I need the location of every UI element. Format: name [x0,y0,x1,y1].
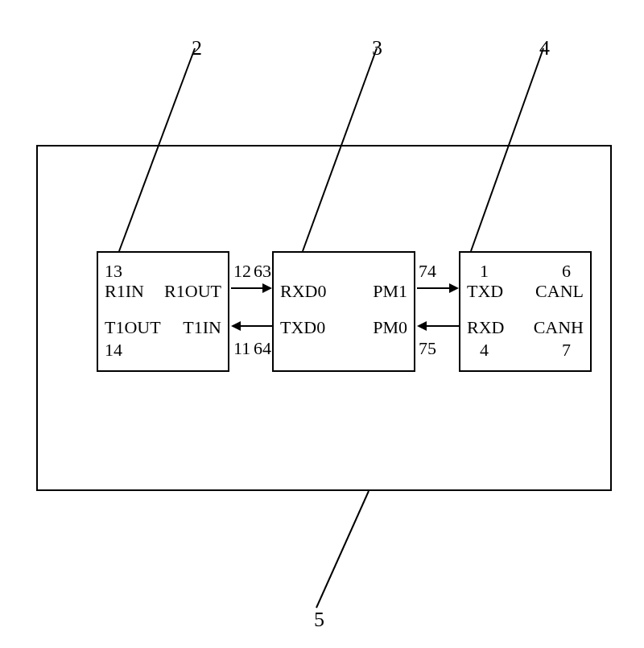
pin-r1in-num: 13 [105,261,122,282]
pin-txd-num: 1 [480,261,489,282]
block-2: 13 R1IN R1OUT T1OUT 14 T1IN [97,251,229,372]
pin-txd: TXD [467,281,503,302]
pin-canh: CANH [534,317,584,338]
pin-txd0-num: 64 [254,338,271,359]
pin-pm0-num: 75 [419,338,436,359]
pin-pm1: PM1 [373,281,407,302]
diagram-canvas: 2 3 4 5 13 R1IN R1OUT T1OUT 14 T1IN 12 1… [0,0,644,648]
pin-r1in: R1IN [105,281,144,302]
pin-canh-num: 7 [562,340,571,361]
ref-label-2: 2 [192,36,202,60]
pin-pm0: PM0 [373,317,407,338]
pin-pm1-num: 74 [419,261,436,282]
pin-rxd-num: 4 [480,340,489,361]
pin-r1out: R1OUT [164,281,221,302]
block-3: RXD0 PM1 TXD0 PM0 [272,251,415,372]
ref-label-3: 3 [372,36,382,60]
pin-t1out-num: 14 [105,340,122,361]
ref-label-5: 5 [314,608,324,632]
pin-t1in-num: 11 [233,338,250,359]
block-4: 1 TXD CANL 6 RXD 4 CANH 7 [459,251,592,372]
pin-t1in: T1IN [183,317,221,338]
pin-rxd0-num: 63 [254,261,271,282]
pointer-line-5 [316,491,369,608]
pin-txd0: TXD0 [280,317,325,338]
pin-canl-num: 6 [562,261,571,282]
pin-t1out: T1OUT [105,317,161,338]
ref-label-4: 4 [539,36,550,60]
pin-r1out-num: 12 [233,261,251,282]
pin-canl: CANL [535,281,584,302]
pin-rxd: RXD [467,317,504,338]
pin-rxd0: RXD0 [280,281,326,302]
